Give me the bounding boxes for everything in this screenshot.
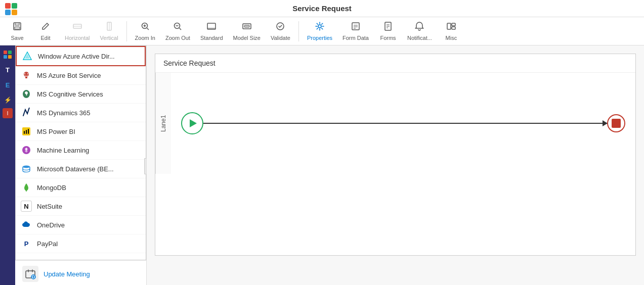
onedrive-label: OneDrive bbox=[37, 221, 65, 229]
dropdown-item-onedrive[interactable]: OneDrive bbox=[16, 216, 146, 234]
mongodb-label: MongoDB bbox=[37, 184, 66, 192]
dropdown-item-mongodb[interactable]: MongoDB bbox=[16, 178, 146, 197]
panel: Window Azure Active Dir... MS Azure Bot … bbox=[15, 45, 147, 285]
sidebar-icon-e[interactable]: E bbox=[1, 78, 15, 92]
svg-point-44 bbox=[23, 166, 30, 168]
toolbar-zoom-out[interactable]: Zoom Out bbox=[161, 19, 194, 43]
toolbar-properties-label: Properties bbox=[307, 35, 332, 41]
dropdown-item-azure-active-dir[interactable]: Window Azure Active Dir... bbox=[16, 46, 146, 66]
properties-icon bbox=[315, 21, 325, 34]
svg-rect-2 bbox=[15, 27, 20, 29]
sidebar-icon-t[interactable]: T bbox=[1, 63, 15, 77]
toolbar-standard-label: Standard bbox=[200, 35, 223, 41]
separator-2 bbox=[298, 21, 299, 41]
workflow-lane: Lane1 bbox=[155, 73, 635, 174]
paypal-icon: P bbox=[21, 238, 32, 249]
toolbar-notifications[interactable]: Notificat... bbox=[403, 19, 436, 43]
toolbar-validate[interactable]: Validate bbox=[267, 19, 294, 43]
edit-icon bbox=[40, 21, 51, 34]
start-node[interactable] bbox=[181, 112, 203, 134]
svg-rect-32 bbox=[8, 51, 12, 54]
dropdown-list: Window Azure Active Dir... MS Azure Bot … bbox=[15, 45, 146, 260]
toolbar-save[interactable]: Save bbox=[4, 19, 30, 43]
svg-rect-1 bbox=[15, 23, 19, 25]
toolbar-save-label: Save bbox=[11, 35, 23, 41]
end-node[interactable] bbox=[607, 114, 625, 132]
misc-icon bbox=[446, 21, 456, 34]
forms-icon bbox=[383, 21, 393, 34]
toolbar-zoom-out-label: Zoom Out bbox=[165, 35, 190, 41]
azure-active-dir-label: Window Azure Active Dir... bbox=[38, 53, 115, 60]
zoom-in-icon bbox=[140, 21, 150, 34]
save-icon bbox=[12, 21, 22, 34]
ms-dynamics-icon bbox=[21, 107, 32, 118]
horizontal-icon bbox=[72, 21, 82, 34]
main-layout: T E ⚡ I Window Azure Active Dir... MS Az… bbox=[0, 45, 644, 285]
dropdown-item-netsuite[interactable]: N NetSuite bbox=[16, 197, 146, 216]
sidebar-apps-icon[interactable] bbox=[1, 48, 15, 62]
paypal-label: PayPal bbox=[37, 240, 58, 248]
dropdown-item-ms-power-bi[interactable]: MS Power BI bbox=[16, 122, 146, 141]
workflow-title: Service Request bbox=[155, 54, 635, 73]
netsuite-label: NetSuite bbox=[37, 203, 62, 210]
onedrive-icon bbox=[21, 219, 32, 230]
sidebar-icon-bolt[interactable]: ⚡ bbox=[1, 93, 15, 107]
ms-power-bi-label: MS Power BI bbox=[37, 128, 75, 135]
toolbar-zoom-in[interactable]: Zoom In bbox=[131, 19, 159, 43]
svg-rect-31 bbox=[4, 51, 7, 54]
sidebar-icon-i[interactable]: I bbox=[3, 108, 13, 118]
toolbar-vertical[interactable]: Vertical bbox=[96, 19, 122, 43]
toolbar-forms-label: Forms bbox=[380, 35, 396, 41]
canvas-area: Service Request Lane1 bbox=[147, 45, 644, 285]
play-icon bbox=[190, 119, 197, 127]
collapse-button[interactable]: ‹ bbox=[144, 158, 147, 174]
toolbar-form-data[interactable]: Form Data bbox=[338, 19, 373, 43]
mongodb-icon bbox=[21, 182, 32, 193]
svg-point-19 bbox=[318, 25, 321, 28]
header: Service Request bbox=[0, 0, 644, 17]
model-size-icon bbox=[242, 21, 252, 34]
app-icon bbox=[5, 3, 17, 15]
toolbar-misc[interactable]: Misc bbox=[438, 19, 464, 43]
toolbar-horizontal[interactable]: Horizontal bbox=[61, 19, 94, 43]
svg-rect-29 bbox=[452, 23, 455, 26]
svg-point-38 bbox=[24, 73, 25, 74]
form-data-icon bbox=[351, 21, 361, 34]
toolbar-notifications-label: Notificat... bbox=[407, 35, 432, 41]
ms-azure-bot-icon bbox=[21, 70, 32, 81]
toolbar-edit[interactable]: Edit bbox=[32, 19, 59, 43]
toolbar-properties[interactable]: Properties bbox=[303, 19, 336, 43]
svg-rect-30 bbox=[452, 27, 455, 29]
toolbar-forms[interactable]: Forms bbox=[375, 19, 401, 43]
svg-rect-40 bbox=[25, 77, 27, 78]
dropdown-item-ms-cognitive[interactable]: MS Cognitive Services bbox=[16, 85, 146, 104]
dropdown-item-ms-dataverse[interactable]: Microsoft Dataverse (BE... bbox=[16, 160, 146, 178]
machine-learning-label: Machine Learning bbox=[37, 147, 89, 154]
left-sidebar: T E ⚡ I bbox=[0, 45, 15, 285]
lane-content bbox=[171, 73, 635, 174]
toolbar-zoom-in-label: Zoom In bbox=[135, 35, 155, 41]
svg-rect-28 bbox=[447, 23, 451, 29]
svg-point-39 bbox=[27, 73, 28, 74]
dropdown-item-ms-dynamics[interactable]: MS Dynamics 365 bbox=[16, 104, 146, 122]
dropdown-item-machine-learning[interactable]: Machine Learning bbox=[16, 141, 146, 160]
dropdown-item-paypal[interactable]: P PayPal bbox=[16, 234, 146, 253]
zoom-out-icon bbox=[173, 21, 183, 34]
toolbar-edit-label: Edit bbox=[41, 35, 51, 41]
toolbar-standard[interactable]: Standard bbox=[196, 19, 227, 43]
page-title: Service Request bbox=[292, 4, 352, 13]
lane-label: Lane1 bbox=[155, 73, 171, 174]
ms-cognitive-label: MS Cognitive Services bbox=[37, 90, 103, 98]
notifications-icon bbox=[414, 21, 424, 34]
dropdown-item-ms-azure-bot[interactable]: MS Azure Bot Service bbox=[16, 66, 146, 85]
standard-icon bbox=[206, 21, 217, 34]
svg-rect-20 bbox=[352, 23, 359, 30]
panel-footer[interactable]: Update Meeting bbox=[15, 260, 146, 285]
svg-line-8 bbox=[147, 28, 149, 30]
vertical-icon bbox=[104, 21, 114, 34]
netsuite-icon: N bbox=[21, 201, 32, 212]
ms-dynamics-label: MS Dynamics 365 bbox=[37, 109, 90, 117]
svg-rect-33 bbox=[4, 55, 7, 59]
toolbar-model-size[interactable]: Model Size bbox=[229, 19, 265, 43]
toolbar-form-data-label: Form Data bbox=[342, 35, 369, 41]
